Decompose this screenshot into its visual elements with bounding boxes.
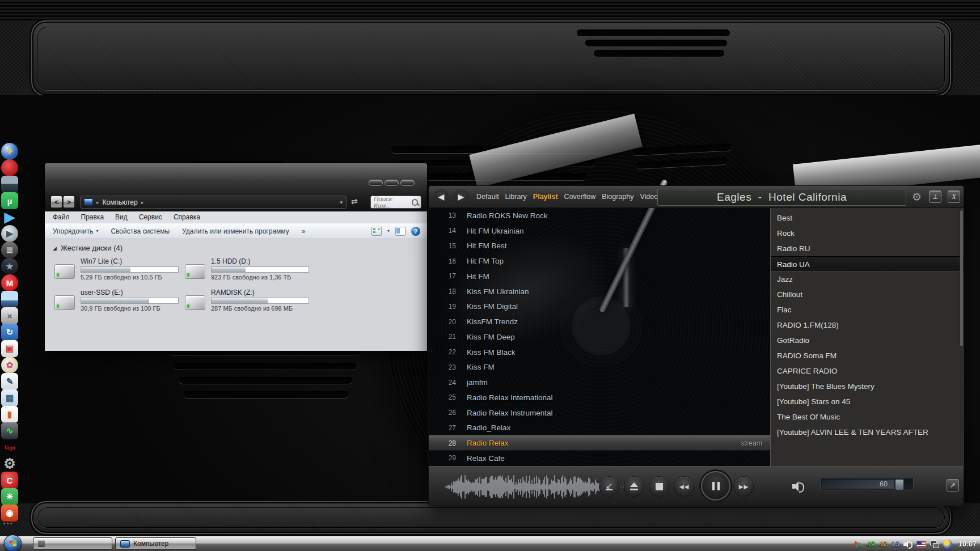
previous-track-button[interactable]: ◄◄ [674, 476, 694, 497]
view-caret-icon[interactable]: ▾ [387, 228, 390, 234]
preview-pane-icon[interactable] [395, 227, 405, 236]
back-button[interactable]: < [50, 196, 62, 208]
media-player-classic-icon[interactable]: ▶ [1, 225, 18, 242]
playlist-row[interactable]: 27Radio_Relax [429, 421, 770, 436]
eject-button[interactable] [624, 476, 644, 497]
shutdown-icon[interactable]: ◉ [1, 505, 18, 522]
settings-gear-icon[interactable]: ⚙ [912, 190, 922, 204]
playlist-row[interactable]: 21Kiss FM Deep [429, 329, 770, 345]
group-row[interactable]: Chillout [771, 287, 964, 302]
taskbar-button-computer[interactable]: Компьютер [115, 537, 196, 550]
groups-scrollbar[interactable] [960, 210, 963, 346]
player-back-icon[interactable]: ◀ [434, 189, 449, 204]
calculator-icon[interactable]: ▦ [1, 389, 18, 406]
update-arrow-icon[interactable]: ↻ [1, 324, 18, 341]
tray-counter-orange[interactable]: 42 [879, 540, 887, 548]
tab-video[interactable]: Video [640, 193, 658, 201]
playlist-row[interactable]: 22Kiss FM Black [429, 345, 770, 360]
menu-item-правка[interactable]: Правка [81, 213, 104, 221]
temperature-monitor-icon[interactable]: ▮ [1, 406, 18, 423]
toolbar-item[interactable]: Упорядочить▾ [53, 227, 98, 235]
drive-item[interactable]: RAMDISK (Z:)287 МБ свободно из 698 МБ [185, 289, 312, 312]
group-row[interactable]: Rock [771, 226, 964, 241]
remote-desktop-icon[interactable] [1, 176, 18, 193]
player-forward-icon[interactable]: ▶ [454, 189, 468, 204]
group-row[interactable]: [Youtube] The Blues Mystery [771, 379, 964, 394]
toolbar-item[interactable]: Свойства системы [111, 227, 170, 235]
language-flag-icon[interactable] [916, 541, 926, 548]
drives-group-header[interactable]: ◢ Жесткие диски (4) [53, 244, 419, 252]
detach-window-button[interactable]: ↗ [947, 479, 959, 491]
jump-to-current-button[interactable]: ↙ [599, 476, 619, 497]
tray-counter-blue[interactable]: 13 [892, 540, 899, 548]
volume-mute-icon[interactable] [792, 480, 804, 493]
search-icon[interactable] [412, 199, 418, 206]
tab-default[interactable]: Default [476, 193, 499, 201]
group-row[interactable]: [Youtube] ALVIN LEE & TEN YEARS AFTER [771, 425, 964, 440]
drive-item[interactable]: 1.5 HDD (D:)923 ГБ свободно из 1,36 ТБ [185, 257, 312, 281]
start-button[interactable] [4, 535, 22, 551]
clock[interactable]: 10:07 [958, 540, 977, 548]
tab-biography[interactable]: Biography [602, 193, 633, 201]
play-media-icon[interactable]: ▶ [1, 209, 18, 226]
browser-globe-icon[interactable]: ✈ [1, 143, 18, 160]
address-bar[interactable]: ▸ Компьютер ▸ ▾ [80, 196, 347, 209]
toolbar-item[interactable]: Удалить или изменить программу [182, 227, 289, 235]
tray-volume-icon[interactable] [903, 540, 913, 548]
breadcrumb[interactable]: Компьютер [103, 198, 138, 206]
ccleaner-icon[interactable]: C [1, 472, 18, 489]
drive-item[interactable]: user-SSD (E:)30,9 ГБ свободно из 100 ГБ [54, 289, 182, 312]
playlist-row[interactable]: 13Radio ROKS New Rock [429, 208, 770, 223]
tab-library[interactable]: Library [505, 193, 527, 201]
menu-item-справка[interactable]: Справка [174, 213, 200, 221]
group-row[interactable]: RADIO Soma FM [771, 348, 964, 363]
tab-playlist[interactable]: Playlist [533, 193, 558, 201]
playlist-row[interactable]: 28Radio Relaxstream [429, 435, 770, 451]
window-titlebar[interactable]: < > ▸ Компьютер ▸ ▾ ⇄ Поиск: Ком... [45, 163, 427, 211]
faststone-capture-icon[interactable]: ▣ [1, 340, 18, 357]
group-row[interactable]: Flac [771, 302, 964, 317]
search-box[interactable]: Поиск: Ком... [370, 196, 421, 209]
group-row[interactable]: CAPRICE RADIO [771, 363, 964, 379]
system-monitor-icon[interactable]: ∿ [1, 422, 18, 439]
drive-item[interactable]: Win7 Lite (C:)5,29 ГБ свободно из 10,5 Г… [54, 257, 182, 281]
playlist-row[interactable]: 23Kiss FM [429, 360, 770, 375]
police-cap-icon[interactable]: ★ [1, 258, 18, 275]
group-row[interactable]: The Best Of Music [771, 409, 964, 425]
maximize-button[interactable] [385, 180, 399, 186]
player-header[interactable]: ◀ ▶ DefaultLibraryPlaylistCoverflowBiogr… [428, 185, 964, 208]
audio-device-icon[interactable]: ≣ [1, 241, 18, 258]
group-row[interactable]: Best [771, 210, 964, 226]
next-track-button[interactable]: ►► [733, 476, 754, 497]
change-view-icon[interactable] [371, 227, 382, 236]
dock-window-button[interactable]: ⊥ [929, 190, 941, 203]
playlist-row[interactable]: 24jamfm [429, 375, 770, 390]
paint-palette-icon[interactable]: ✿ [1, 357, 18, 374]
tray-counter-green[interactable]: 49 [867, 540, 875, 548]
forward-button[interactable]: > [63, 196, 75, 208]
address-dropdown-icon[interactable]: ▾ [340, 200, 343, 205]
repair-tools-icon[interactable]: × [1, 307, 18, 324]
refresh-icon[interactable]: ⇄ [351, 197, 358, 206]
display-wallpaper-icon[interactable] [1, 291, 18, 308]
volume-slider[interactable]: 60 [820, 478, 914, 490]
toolbar-item[interactable]: » [302, 227, 306, 235]
volume-handle[interactable] [895, 479, 904, 490]
playlist-row[interactable]: 20KissFM Trendz [429, 314, 770, 329]
playlist-row[interactable]: 29Relax Cafe [429, 451, 770, 466]
menu-item-файл[interactable]: Файл [53, 213, 70, 221]
player-close-button[interactable]: X [948, 190, 960, 203]
playlist-row[interactable]: 25Radio Relax International [429, 390, 770, 405]
stop-button[interactable] [649, 476, 669, 497]
playlist-row[interactable]: 19Kiss FM Digital [429, 299, 770, 315]
minimize-button[interactable] [369, 180, 383, 186]
group-row[interactable]: Radio RU [771, 241, 964, 256]
utorrent-icon[interactable]: µ [1, 192, 18, 209]
playlist-row[interactable]: 18Kiss FM Ukrainian [429, 284, 770, 299]
help-icon[interactable]: ? [411, 227, 420, 236]
close-button[interactable] [400, 180, 415, 186]
menu-item-вид[interactable]: Вид [115, 213, 128, 221]
playlist-row[interactable]: 26Radio Relax Instrumental [429, 405, 770, 421]
taskbar-button-device[interactable] [33, 537, 112, 550]
notepad-icon[interactable]: ✎ [1, 373, 18, 390]
